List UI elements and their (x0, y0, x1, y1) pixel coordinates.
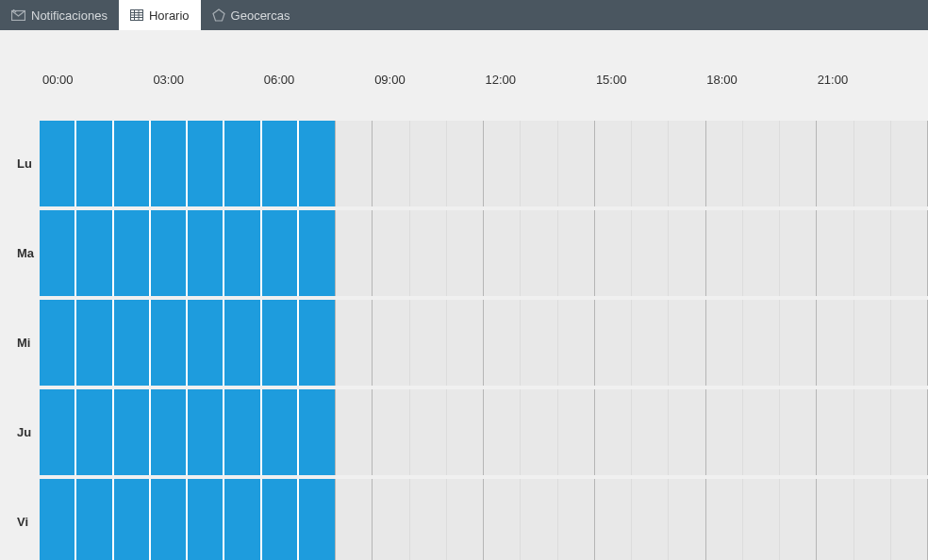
hour-cell[interactable] (817, 300, 853, 386)
hour-cell[interactable] (484, 479, 521, 560)
hour-cell[interactable] (595, 479, 632, 560)
hour-cell[interactable] (114, 210, 151, 296)
hour-cell[interactable] (558, 389, 595, 475)
hour-cell[interactable] (484, 300, 521, 386)
hour-cell[interactable] (669, 389, 705, 475)
hour-cell[interactable] (373, 300, 409, 386)
hour-cell[interactable] (632, 300, 669, 386)
hour-cell[interactable] (817, 479, 853, 560)
tab-notificaciones[interactable]: Notificaciones (0, 0, 119, 30)
hour-cell[interactable] (669, 121, 705, 206)
hour-cell[interactable] (780, 479, 817, 560)
hour-cell[interactable] (632, 479, 669, 560)
tab-geocercas[interactable]: Geocercas (201, 0, 302, 30)
hour-cell[interactable] (780, 210, 817, 296)
hour-cell[interactable] (743, 121, 780, 206)
hour-cell[interactable] (114, 300, 151, 386)
hour-cell[interactable] (76, 300, 113, 386)
hour-cell[interactable] (40, 479, 76, 560)
hour-cell[interactable] (447, 389, 484, 475)
hour-cell[interactable] (669, 479, 705, 560)
hour-cell[interactable] (484, 389, 521, 475)
hour-cell[interactable] (410, 210, 447, 296)
hour-cell[interactable] (114, 479, 151, 560)
day-grid[interactable] (40, 121, 928, 206)
hour-cell[interactable] (706, 300, 743, 386)
hour-cell[interactable] (484, 121, 521, 206)
hour-cell[interactable] (224, 300, 261, 386)
hour-cell[interactable] (76, 389, 113, 475)
hour-cell[interactable] (151, 210, 188, 296)
hour-cell[interactable] (891, 121, 928, 206)
hour-cell[interactable] (299, 210, 336, 296)
hour-cell[interactable] (224, 210, 261, 296)
hour-cell[interactable] (521, 300, 557, 386)
hour-cell[interactable] (373, 389, 409, 475)
hour-cell[interactable] (447, 210, 484, 296)
hour-cell[interactable] (706, 210, 743, 296)
day-grid[interactable] (40, 300, 928, 386)
hour-cell[interactable] (558, 210, 595, 296)
hour-cell[interactable] (891, 389, 928, 475)
tab-horario[interactable]: Horario (119, 0, 201, 30)
hour-cell[interactable] (336, 121, 373, 206)
hour-cell[interactable] (188, 479, 224, 560)
hour-cell[interactable] (151, 479, 188, 560)
hour-cell[interactable] (262, 121, 299, 206)
day-grid[interactable] (40, 389, 928, 475)
hour-cell[interactable] (447, 479, 484, 560)
hour-cell[interactable] (632, 389, 669, 475)
hour-cell[interactable] (743, 479, 780, 560)
hour-cell[interactable] (40, 300, 76, 386)
hour-cell[interactable] (151, 389, 188, 475)
hour-cell[interactable] (76, 210, 113, 296)
hour-cell[interactable] (854, 300, 891, 386)
hour-cell[interactable] (780, 121, 817, 206)
hour-cell[interactable] (595, 300, 632, 386)
hour-cell[interactable] (669, 210, 705, 296)
hour-cell[interactable] (410, 389, 447, 475)
hour-cell[interactable] (40, 121, 76, 206)
hour-cell[interactable] (521, 479, 557, 560)
hour-cell[interactable] (224, 479, 261, 560)
hour-cell[interactable] (373, 121, 409, 206)
hour-cell[interactable] (299, 300, 336, 386)
hour-cell[interactable] (558, 300, 595, 386)
hour-cell[interactable] (188, 300, 224, 386)
hour-cell[interactable] (151, 300, 188, 386)
hour-cell[interactable] (595, 210, 632, 296)
hour-cell[interactable] (40, 210, 76, 296)
hour-cell[interactable] (632, 210, 669, 296)
hour-cell[interactable] (743, 300, 780, 386)
hour-cell[interactable] (854, 121, 891, 206)
hour-cell[interactable] (521, 121, 557, 206)
hour-cell[interactable] (299, 121, 336, 206)
hour-cell[interactable] (743, 210, 780, 296)
day-grid[interactable] (40, 479, 928, 560)
hour-cell[interactable] (595, 389, 632, 475)
day-grid[interactable] (40, 210, 928, 296)
hour-cell[interactable] (336, 300, 373, 386)
hour-cell[interactable] (521, 210, 557, 296)
hour-cell[interactable] (817, 121, 853, 206)
hour-cell[interactable] (188, 210, 224, 296)
hour-cell[interactable] (224, 121, 261, 206)
hour-cell[interactable] (484, 210, 521, 296)
hour-cell[interactable] (780, 300, 817, 386)
hour-cell[interactable] (854, 479, 891, 560)
hour-cell[interactable] (76, 479, 113, 560)
hour-cell[interactable] (410, 479, 447, 560)
hour-cell[interactable] (76, 121, 113, 206)
hour-cell[interactable] (114, 389, 151, 475)
hour-cell[interactable] (373, 479, 409, 560)
hour-cell[interactable] (299, 479, 336, 560)
hour-cell[interactable] (114, 121, 151, 206)
hour-cell[interactable] (558, 479, 595, 560)
hour-cell[interactable] (854, 389, 891, 475)
hour-cell[interactable] (891, 300, 928, 386)
hour-cell[interactable] (188, 121, 224, 206)
hour-cell[interactable] (891, 479, 928, 560)
hour-cell[interactable] (262, 210, 299, 296)
hour-cell[interactable] (817, 389, 853, 475)
hour-cell[interactable] (262, 300, 299, 386)
